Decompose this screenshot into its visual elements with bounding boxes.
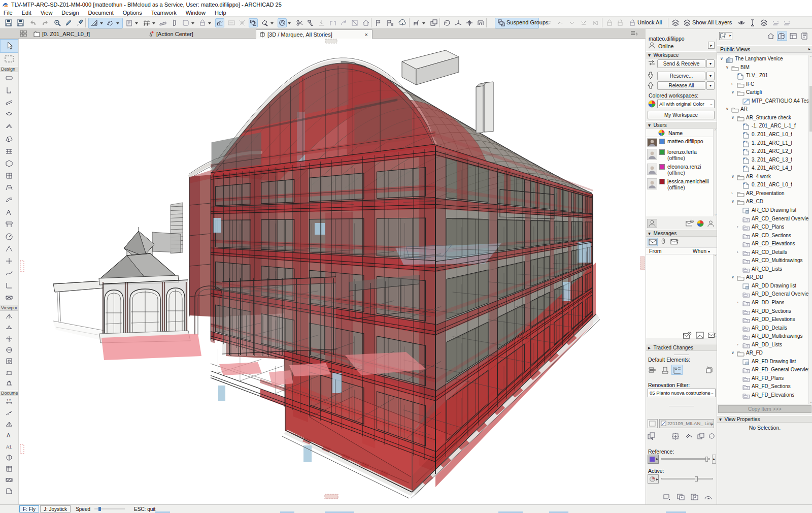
svg-text:A1: A1 <box>6 444 12 450</box>
svg-text:1.2: 1.2 <box>7 399 11 402</box>
svg-text:A: A <box>7 432 11 438</box>
